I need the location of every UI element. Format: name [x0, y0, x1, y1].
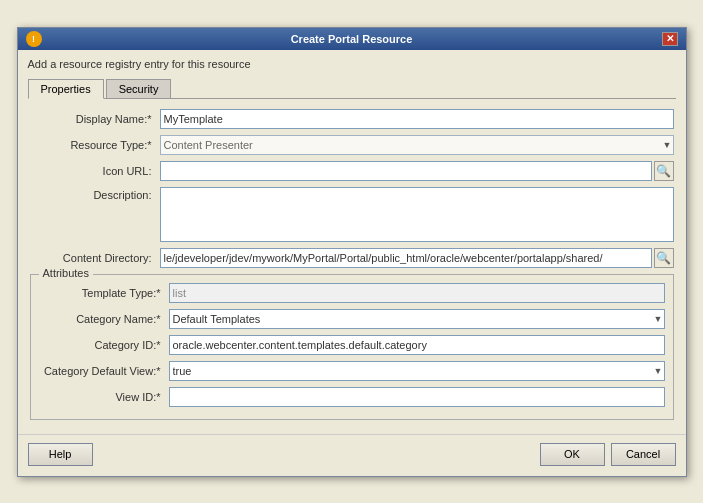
dialog-icon: !	[26, 31, 42, 47]
description-input[interactable]	[160, 187, 674, 242]
category-name-wrap: Default Templates ▼	[169, 309, 665, 329]
resource-type-select[interactable]: Content Presenter	[160, 135, 674, 155]
properties-form: Display Name:* Resource Type:* Content P…	[28, 109, 676, 420]
category-name-select[interactable]: Default Templates	[169, 309, 665, 329]
category-name-row: Category Name:* Default Templates ▼	[39, 309, 665, 329]
dialog-footer: Help OK Cancel	[18, 434, 686, 476]
dialog-title: Create Portal Resource	[42, 33, 662, 45]
category-default-view-wrap: true false ▼	[169, 361, 665, 381]
category-default-view-row: Category Default View:* true false ▼	[39, 361, 665, 381]
create-portal-resource-dialog: ! Create Portal Resource ✕ Add a resourc…	[17, 27, 687, 477]
view-id-input[interactable]	[169, 387, 665, 407]
icon-url-browse-button[interactable]: 🔍	[654, 161, 674, 181]
display-name-label: Display Name:*	[30, 113, 160, 125]
template-type-row: Template Type:*	[39, 283, 665, 303]
attributes-legend: Attributes	[39, 267, 93, 279]
content-directory-input[interactable]	[160, 248, 652, 268]
resource-type-wrap: Content Presenter ▼	[160, 135, 674, 155]
icon-url-input[interactable]	[160, 161, 652, 181]
category-default-view-label: Category Default View:*	[39, 365, 169, 377]
display-name-input[interactable]	[160, 109, 674, 129]
view-id-row: View ID:*	[39, 387, 665, 407]
close-button[interactable]: ✕	[662, 32, 678, 46]
content-directory-label: Content Directory:	[30, 252, 160, 264]
ok-button[interactable]: OK	[540, 443, 605, 466]
category-id-label: Category ID:*	[39, 339, 169, 351]
resource-type-label: Resource Type:*	[30, 139, 160, 151]
resource-type-row: Resource Type:* Content Presenter ▼	[30, 135, 674, 155]
cancel-button[interactable]: Cancel	[611, 443, 676, 466]
description-row: Description:	[30, 187, 674, 242]
template-type-input	[169, 283, 665, 303]
template-type-label: Template Type:*	[39, 287, 169, 299]
icon-url-row: Icon URL: 🔍	[30, 161, 674, 181]
tab-security[interactable]: Security	[106, 79, 172, 99]
icon-url-wrap: 🔍	[160, 161, 674, 181]
tab-bar: Properties Security	[28, 78, 676, 99]
dialog-subtitle: Add a resource registry entry for this r…	[28, 58, 676, 70]
help-button[interactable]: Help	[28, 443, 93, 466]
footer-right: OK Cancel	[540, 443, 676, 466]
view-id-label: View ID:*	[39, 391, 169, 403]
category-id-input[interactable]	[169, 335, 665, 355]
tab-properties[interactable]: Properties	[28, 79, 104, 99]
category-id-row: Category ID:*	[39, 335, 665, 355]
category-default-view-select[interactable]: true false	[169, 361, 665, 381]
category-name-label: Category Name:*	[39, 313, 169, 325]
title-bar: ! Create Portal Resource ✕	[18, 28, 686, 50]
content-directory-wrap: 🔍	[160, 248, 674, 268]
dialog-body: Add a resource registry entry for this r…	[18, 50, 686, 428]
description-label: Description:	[30, 187, 160, 201]
display-name-row: Display Name:*	[30, 109, 674, 129]
icon-url-label: Icon URL:	[30, 165, 160, 177]
attributes-section: Attributes Template Type:* Category Name…	[30, 274, 674, 420]
content-directory-row: Content Directory: 🔍	[30, 248, 674, 268]
content-directory-browse-button[interactable]: 🔍	[654, 248, 674, 268]
